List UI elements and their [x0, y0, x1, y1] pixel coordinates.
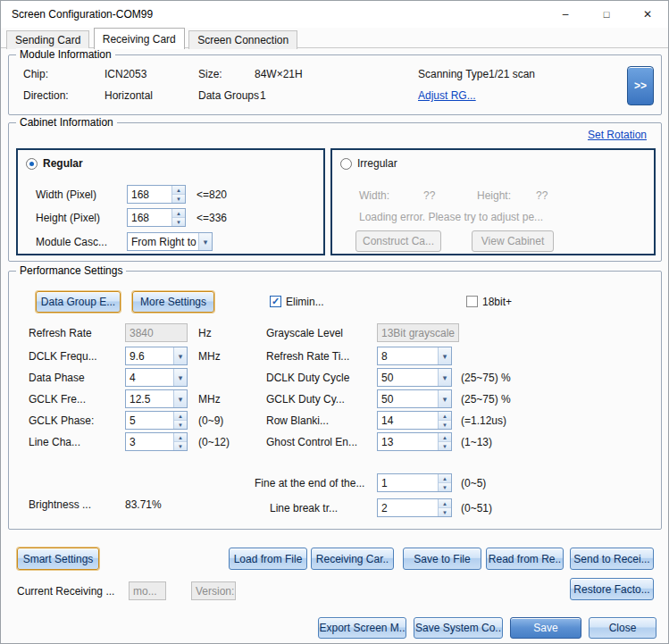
close-button-footer[interactable]: Close	[589, 617, 656, 639]
spin-up-icon[interactable]: ▲	[439, 474, 451, 483]
spin-up-icon[interactable]: ▲	[439, 412, 451, 421]
minimize-button[interactable]: –	[545, 1, 586, 28]
gclk-duty-cycle-hint: (25~75) %	[461, 393, 511, 406]
receiving-card-version-field: Version:	[191, 581, 236, 600]
load-from-file-button[interactable]: Load from File	[229, 548, 307, 570]
tab-receiving-card[interactable]: Receiving Card	[94, 28, 185, 49]
spinner-buttons: ▲ ▼	[173, 433, 187, 450]
smart-settings-button[interactable]: Smart Settings	[17, 548, 99, 570]
send-to-receiving-card-button[interactable]: Send to Recei...	[570, 548, 654, 570]
receiving-card-model-field: mo...	[129, 581, 166, 600]
restore-factory-button[interactable]: Restore Facto...	[570, 578, 654, 600]
direction-value: Horizontal	[105, 89, 153, 102]
spin-down-icon[interactable]: ▼	[439, 442, 451, 450]
close-button[interactable]: ✕	[627, 1, 668, 28]
regular-cabinet-panel: Regular Width (Pixel) 168 ▲ ▼ <=820 Heig…	[16, 148, 325, 255]
save-to-file-button[interactable]: Save to File	[403, 548, 481, 570]
construct-cabinet-button[interactable]: Construct Ca...	[355, 230, 441, 252]
dclk-frequency-select[interactable]: 9.6 ▾	[125, 347, 188, 365]
refresh-rate-value: 3840	[125, 323, 188, 342]
combo-value: 50	[378, 372, 438, 384]
export-screen-monitoring-button[interactable]: Export Screen M..	[318, 617, 406, 639]
refresh-rate-times-select[interactable]: 8 ▾	[377, 347, 452, 365]
spinner-buttons: ▲ ▼	[173, 412, 187, 429]
width-pixel-label: Width (Pixel)	[36, 188, 96, 201]
spin-up-icon[interactable]: ▲	[172, 186, 185, 195]
spinner-value: 5	[126, 412, 173, 429]
cabinet-width-spinner[interactable]: 168 ▲ ▼	[127, 185, 186, 204]
gclk-duty-cycle-select[interactable]: 50 ▾	[377, 389, 452, 408]
line-break-hint: (0~51)	[461, 502, 492, 514]
module-cascade-select[interactable]: From Right to L ▾	[127, 232, 213, 251]
ghost-control-label: Ghost Control En...	[266, 436, 357, 448]
module-expand-button[interactable]: >>	[627, 66, 654, 105]
spin-down-icon[interactable]: ▼	[174, 421, 187, 429]
chevron-down-icon[interactable]: ▾	[173, 369, 187, 386]
spinner-value: 168	[128, 209, 171, 226]
save-button[interactable]: Save	[510, 617, 581, 639]
spin-up-icon[interactable]: ▲	[174, 412, 187, 421]
gclk-phase-spinner[interactable]: 5 ▲ ▼	[125, 411, 188, 430]
view-cabinet-button[interactable]: View Cabinet	[472, 230, 554, 252]
gclk-phase-hint: (0~9)	[198, 414, 223, 427]
chevron-down-icon[interactable]: ▾	[173, 390, 187, 407]
refresh-rate-times-label: Refresh Rate Ti...	[266, 350, 349, 363]
gclk-duty-cycle-label: GCLK Duty Cy...	[266, 393, 345, 406]
dclk-duty-cycle-select[interactable]: 50 ▾	[377, 368, 452, 387]
line-break-spinner[interactable]: 2 ▲ ▼	[377, 498, 452, 517]
eliminate-checkbox[interactable]: ✓	[270, 296, 281, 307]
read-from-receiving-card-button[interactable]: Read from Re..	[486, 548, 564, 570]
chevron-down-icon[interactable]: ▾	[198, 233, 212, 250]
fine-end-spinner[interactable]: 1 ▲ ▼	[377, 473, 452, 492]
chevron-down-icon[interactable]: ▾	[438, 369, 451, 386]
spin-up-icon[interactable]: ▲	[172, 209, 185, 218]
data-group-exchange-button[interactable]: Data Group E...	[36, 291, 121, 313]
spin-down-icon[interactable]: ▼	[439, 421, 451, 429]
performance-settings-group: Performance Settings Data Group E... Mor…	[8, 271, 662, 530]
spin-up-icon[interactable]: ▲	[439, 499, 451, 508]
grayscale-level-value: 13Bit grayscale	[377, 323, 459, 342]
chevron-down-icon[interactable]: ▾	[438, 390, 451, 407]
irregular-radio-label: Irregular	[357, 157, 397, 170]
spin-up-icon[interactable]: ▲	[174, 433, 187, 442]
chevron-down-icon[interactable]: ▾	[173, 347, 187, 364]
fine-end-label: Fine at the end of the...	[255, 477, 364, 489]
more-settings-button[interactable]: More Settings	[132, 291, 214, 313]
18bit-checkbox[interactable]	[466, 296, 478, 307]
module-information-group: Module Information Chip: ICN2053 Size: 8…	[8, 54, 662, 115]
spin-down-icon[interactable]: ▼	[439, 483, 451, 491]
spin-down-icon[interactable]: ▼	[172, 218, 185, 226]
maximize-button[interactable]: □	[586, 1, 627, 28]
adjust-rg-link[interactable]: Adjust RG...	[418, 89, 476, 102]
irregular-radio[interactable]	[340, 158, 352, 170]
spinner-buttons: ▲ ▼	[171, 186, 185, 203]
screen-configuration-window: Screen Configuration-COM99 – □ ✕ Sending…	[0, 0, 669, 644]
spin-down-icon[interactable]: ▼	[439, 508, 451, 516]
save-system-configuration-button[interactable]: Save System Co..	[414, 617, 503, 639]
cabinet-height-spinner[interactable]: 168 ▲ ▼	[127, 208, 186, 227]
tab-screen-connection[interactable]: Screen Connection	[188, 30, 297, 49]
gclk-frequency-select[interactable]: 12.5 ▾	[125, 389, 188, 408]
ghost-control-spinner[interactable]: 13 ▲ ▼	[377, 432, 452, 451]
set-rotation-link[interactable]: Set Rotation	[588, 129, 647, 141]
refresh-rate-label: Refresh Rate	[29, 327, 92, 339]
data-phase-select[interactable]: 4 ▾	[125, 368, 188, 387]
gclk-frequency-label: GCLK Fre...	[29, 393, 86, 406]
spin-down-icon[interactable]: ▼	[172, 195, 185, 203]
regular-radio[interactable]	[26, 158, 38, 170]
combo-value: 8	[378, 350, 438, 363]
spin-down-icon[interactable]: ▼	[174, 442, 187, 450]
irregular-message: Loading error. Please try to adjust pe..…	[359, 211, 543, 223]
combo-value: 4	[126, 372, 173, 384]
spin-up-icon[interactable]: ▲	[439, 433, 451, 442]
spinner-value: 2	[378, 499, 438, 516]
receiving-card-list-button[interactable]: Receiving Car..	[311, 548, 394, 570]
spinner-buttons: ▲ ▼	[438, 433, 451, 450]
chevron-down-icon[interactable]: ▾	[438, 347, 451, 364]
line-change-spinner[interactable]: 3 ▲ ▼	[125, 432, 188, 451]
line-change-label: Line Cha...	[29, 436, 80, 448]
row-blanking-spinner[interactable]: 14 ▲ ▼	[377, 411, 452, 430]
tab-sending-card[interactable]: Sending Card	[6, 30, 89, 49]
scanning-type-value: 1/21 scan	[489, 68, 535, 80]
tabstrip: Sending Card Receiving Card Screen Conne…	[1, 28, 668, 48]
